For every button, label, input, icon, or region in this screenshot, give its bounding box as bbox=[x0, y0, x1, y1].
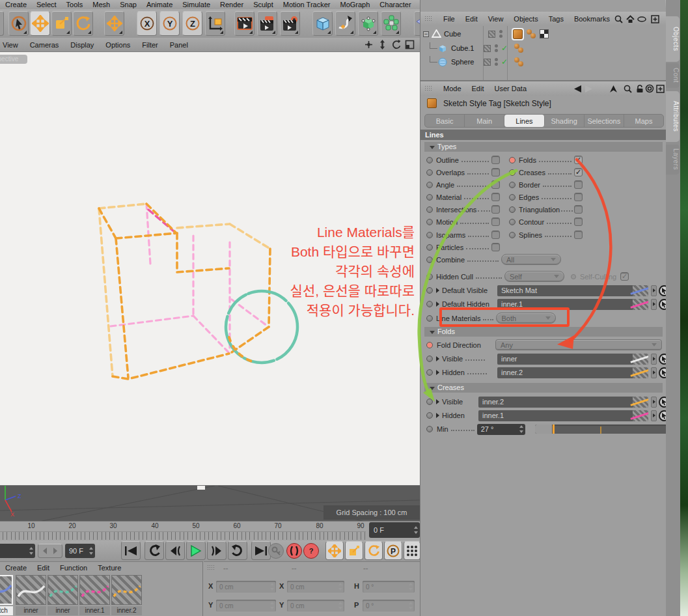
animation-dot[interactable] bbox=[426, 169, 433, 176]
object-enabled-check-icon[interactable]: ✓ bbox=[501, 57, 508, 66]
tab-lines[interactable]: Lines bbox=[504, 115, 544, 127]
target-icon[interactable] bbox=[645, 84, 654, 93]
field-menu-button[interactable] bbox=[651, 367, 657, 378]
layer-swatch[interactable] bbox=[484, 59, 491, 66]
om-menu-objects[interactable]: Objects bbox=[514, 15, 538, 23]
visibility-dots[interactable] bbox=[495, 44, 498, 52]
timeline-tickstrip[interactable] bbox=[0, 531, 366, 540]
field-menu-button[interactable] bbox=[651, 354, 657, 365]
play-loop-button[interactable] bbox=[228, 541, 247, 560]
frame-spinner[interactable] bbox=[413, 526, 419, 534]
expand-arrow-icon[interactable] bbox=[436, 356, 439, 361]
om-menu-file[interactable]: File bbox=[443, 15, 455, 23]
object-enabled-check-icon[interactable]: ✓ bbox=[501, 44, 508, 53]
vp-menu-options[interactable]: Options bbox=[105, 41, 130, 49]
menu-animate[interactable]: Animate bbox=[146, 1, 172, 8]
object-row-cube[interactable]: − Cube bbox=[420, 27, 666, 40]
spinner[interactable] bbox=[408, 602, 413, 609]
end-frame-spinner[interactable] bbox=[89, 547, 94, 555]
self-culling-checkbox[interactable]: ✓ bbox=[620, 272, 629, 281]
am-menu-userdata[interactable]: User Data bbox=[495, 85, 527, 92]
om-add-icon[interactable] bbox=[651, 15, 659, 23]
menu-select[interactable]: Select bbox=[36, 1, 57, 8]
material-name-inner-b[interactable]: inner bbox=[48, 606, 78, 615]
current-frame-field[interactable]: 0 F bbox=[369, 522, 420, 538]
menu-sculpt[interactable]: Sculpt bbox=[253, 1, 273, 8]
border-checkbox[interactable] bbox=[574, 180, 583, 189]
render-queue-button[interactable] bbox=[280, 11, 300, 36]
render-view-button[interactable] bbox=[234, 11, 255, 36]
animation-dot[interactable] bbox=[426, 412, 433, 419]
animation-dot[interactable] bbox=[426, 219, 433, 225]
layer-swatch[interactable] bbox=[484, 45, 491, 52]
autokey-help-button[interactable]: ? bbox=[303, 543, 319, 559]
coord-field-h[interactable]: 0 ° bbox=[363, 581, 415, 593]
spinner[interactable] bbox=[269, 602, 275, 609]
material-name-inner-a[interactable]: inner bbox=[16, 606, 46, 615]
expand-arrow-icon[interactable] bbox=[436, 370, 439, 375]
new-panel-icon[interactable] bbox=[656, 85, 665, 93]
panel-grip-icon[interactable] bbox=[207, 565, 215, 571]
animation-dot[interactable] bbox=[426, 315, 433, 322]
start-frame-field[interactable] bbox=[0, 544, 35, 558]
animation-dot[interactable] bbox=[509, 232, 516, 238]
creases-checkbox[interactable]: ✓ bbox=[574, 168, 583, 176]
om-menu-tags[interactable]: Tags bbox=[549, 15, 564, 23]
material-thumb-inner-b[interactable] bbox=[48, 575, 78, 605]
key-parameter-toggle[interactable]: P bbox=[384, 541, 402, 560]
visibility-dots[interactable] bbox=[499, 30, 502, 38]
menu-character[interactable]: Character bbox=[379, 1, 411, 8]
types-group-header[interactable]: Types bbox=[424, 142, 663, 152]
folds-checkbox[interactable]: ✓ bbox=[574, 156, 583, 164]
mat-menu-create[interactable]: Create bbox=[5, 564, 27, 572]
coord-field-p[interactable]: 0 ° bbox=[363, 600, 415, 611]
tab-main[interactable]: Main bbox=[465, 115, 504, 127]
vp-menu-cameras[interactable]: Cameras bbox=[30, 41, 59, 49]
expand-arrow-icon[interactable] bbox=[436, 413, 439, 418]
previous-key-button[interactable] bbox=[165, 541, 185, 560]
am-menu-mode[interactable]: Mode bbox=[443, 85, 461, 92]
move-tool[interactable] bbox=[30, 11, 50, 36]
render-settings-button[interactable] bbox=[257, 11, 277, 36]
folds-hidden-material-field[interactable]: inner.2 bbox=[497, 367, 648, 378]
play-backwards-button[interactable] bbox=[144, 541, 164, 560]
add-cube-object-button[interactable] bbox=[312, 11, 333, 36]
isoparms-checkbox[interactable] bbox=[491, 231, 500, 239]
cloner-array-button[interactable] bbox=[381, 11, 401, 36]
perspective-viewport[interactable]: Line Materials를 Both 타입으로 바꾸면 각각의 속성에 실선… bbox=[0, 52, 420, 521]
panel-grip-icon[interactable] bbox=[424, 16, 433, 22]
animation-dot[interactable] bbox=[509, 182, 516, 188]
fold-direction-dropdown[interactable]: Any bbox=[495, 339, 662, 350]
key-position-toggle[interactable] bbox=[325, 541, 344, 560]
field-menu-button[interactable] bbox=[651, 285, 657, 296]
tab-selections[interactable]: Selections bbox=[585, 115, 624, 127]
am-menu-edit[interactable]: Edit bbox=[472, 85, 484, 92]
history-forward-icon[interactable] bbox=[584, 85, 594, 93]
tab-attributes-panel[interactable]: Attributes bbox=[666, 91, 680, 142]
tab-basic[interactable]: Basic bbox=[425, 115, 465, 127]
layer-swatch[interactable] bbox=[488, 31, 495, 38]
vp-menu-display[interactable]: Display bbox=[70, 41, 94, 49]
object-name[interactable]: Cube bbox=[444, 30, 474, 38]
om-menu-bookmarks[interactable]: Bookmarks bbox=[574, 15, 610, 23]
visibility-dots[interactable] bbox=[495, 58, 498, 66]
spinner[interactable] bbox=[338, 602, 343, 609]
expand-arrow-icon[interactable] bbox=[436, 301, 439, 307]
menu-motion-tracker[interactable]: Motion Tracker bbox=[283, 1, 331, 8]
default-visible-material-field[interactable]: Sketch Mat bbox=[497, 285, 648, 296]
spinner[interactable] bbox=[408, 583, 413, 591]
animation-dot[interactable] bbox=[426, 206, 433, 213]
undo-button[interactable] bbox=[0, 11, 4, 36]
object-name[interactable]: Sphere bbox=[451, 58, 480, 66]
motion-checkbox[interactable] bbox=[491, 217, 500, 226]
tab-layers-panel[interactable]: Layers bbox=[666, 145, 680, 175]
lock-y-axis-button[interactable]: Y bbox=[159, 11, 180, 36]
om-eye-icon[interactable] bbox=[637, 15, 646, 23]
record-position-key-icon[interactable] bbox=[268, 543, 284, 559]
last-tool-move[interactable] bbox=[104, 11, 124, 36]
tab-content-browser[interactable]: Cont bbox=[666, 63, 680, 88]
parent-up-icon[interactable] bbox=[609, 85, 618, 93]
coord-field-scale-x[interactable]: 0 cm bbox=[287, 581, 344, 593]
om-search-icon[interactable] bbox=[614, 15, 623, 23]
material-name-sketch-mat[interactable]: Sketch Mat bbox=[0, 606, 13, 615]
